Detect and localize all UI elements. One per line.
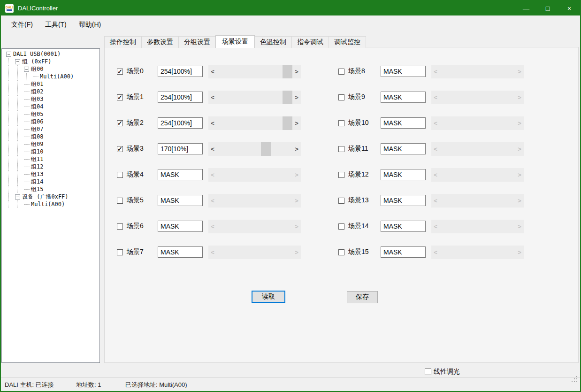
slider-right-arrow-icon[interactable]: > <box>292 94 301 101</box>
scene-checkbox[interactable] <box>117 223 123 230</box>
scene-checkbox[interactable] <box>117 146 123 152</box>
scene-value-input[interactable] <box>158 92 203 103</box>
device-tree[interactable]: DALI USB(0001)组 (0xFF)组00Multi(A00)组01组0… <box>1 48 100 363</box>
scene-value-input[interactable] <box>381 143 426 154</box>
slider-right-arrow-icon[interactable]: > <box>292 146 301 153</box>
scene-checkbox[interactable] <box>338 146 344 152</box>
tree-collapse-icon[interactable] <box>15 194 20 200</box>
slider-left-arrow-icon[interactable]: < <box>208 120 217 127</box>
slider-thumb[interactable] <box>283 65 292 78</box>
tree-item-label[interactable]: 组13 <box>31 170 43 178</box>
slider-thumb[interactable] <box>283 91 292 104</box>
scene-checkbox[interactable] <box>338 249 344 255</box>
tree-item-label[interactable]: 组01 <box>31 80 43 88</box>
tree-item-label[interactable]: 组03 <box>31 95 43 103</box>
slider-right-arrow-icon[interactable]: > <box>292 120 301 127</box>
scene-value-input[interactable] <box>158 221 203 232</box>
scene-value-input[interactable] <box>381 169 426 180</box>
scene-checkbox[interactable] <box>338 69 344 75</box>
tree-item-label[interactable]: 组09 <box>31 140 43 148</box>
scene-value-input[interactable] <box>381 195 426 206</box>
menu-file[interactable]: 文件(F) <box>5 18 39 31</box>
tree-item[interactable]: 组02 <box>2 88 99 95</box>
linear-dimming-option[interactable]: 线性调光 <box>425 368 460 376</box>
tree-item-label[interactable]: 组14 <box>31 178 43 185</box>
tree-item[interactable]: 组07 <box>2 125 99 133</box>
scene-value-input[interactable] <box>381 117 426 129</box>
maximize-button[interactable]: □ <box>537 1 558 15</box>
slider-left-arrow-icon[interactable]: < <box>208 68 217 75</box>
tree-item-label[interactable]: 组05 <box>31 110 43 118</box>
linear-dimming-checkbox[interactable] <box>425 369 431 375</box>
tree-item[interactable]: 组03 <box>2 95 99 103</box>
tree-item[interactable]: 组01 <box>2 80 99 88</box>
tree-collapse-icon[interactable] <box>24 67 29 72</box>
menu-tools[interactable]: 工具(T) <box>39 18 73 31</box>
scene-value-input[interactable] <box>381 221 426 232</box>
tree-item[interactable]: 组11 <box>2 155 99 163</box>
tree-item[interactable]: 组14 <box>2 178 99 185</box>
scene-checkbox[interactable] <box>338 120 344 126</box>
tab-color-temperature[interactable]: 色温控制 <box>254 36 292 48</box>
scene-level-slider[interactable]: <> <box>208 142 301 156</box>
tab-grouping-settings[interactable]: 分组设置 <box>178 36 216 48</box>
tree-item-label[interactable]: 组04 <box>31 103 43 110</box>
tree-item-label[interactable]: 组 (0xFF) <box>22 58 52 65</box>
scene-value-input[interactable] <box>158 143 203 154</box>
tree-collapse-icon[interactable] <box>6 52 11 57</box>
tree-item[interactable]: 组 (0xFF) <box>2 58 99 65</box>
scene-value-input[interactable] <box>158 169 203 180</box>
scene-checkbox[interactable] <box>117 120 123 126</box>
menu-help[interactable]: 帮助(H) <box>73 18 107 31</box>
slider-thumb[interactable] <box>261 142 271 156</box>
tree-item-label[interactable]: Multi(A00) <box>31 200 65 208</box>
scene-checkbox[interactable] <box>338 172 344 178</box>
tree-item[interactable]: 组06 <box>2 118 99 125</box>
tree-item[interactable]: 组13 <box>2 170 99 178</box>
tree-item[interactable]: 组05 <box>2 110 99 118</box>
scene-value-input[interactable] <box>158 246 203 258</box>
tree-item[interactable]: 组12 <box>2 163 99 170</box>
tree-item-label[interactable]: DALI USB(0001) <box>13 50 61 58</box>
tab-scene-settings[interactable]: 场景设置 <box>215 35 255 48</box>
tree-collapse-icon[interactable] <box>15 59 20 64</box>
slider-track[interactable] <box>217 91 292 104</box>
tab-parameter-settings[interactable]: 参数设置 <box>141 36 179 48</box>
tree-item[interactable]: Multi(A00) <box>2 73 99 80</box>
tree-item[interactable]: 组00 <box>2 65 99 73</box>
scene-checkbox[interactable] <box>117 94 123 100</box>
tree-item-label[interactable]: 组12 <box>31 163 43 170</box>
scene-level-slider[interactable]: <> <box>208 116 301 130</box>
tree-item-label[interactable]: 组06 <box>31 118 43 125</box>
scene-level-slider[interactable]: <> <box>208 91 301 104</box>
title-bar[interactable]: DALI DALIController — □ × <box>1 1 580 15</box>
tree-item-label[interactable]: 组11 <box>31 155 43 163</box>
scene-checkbox[interactable] <box>117 69 123 75</box>
tree-item[interactable]: 组04 <box>2 103 99 110</box>
tree-item[interactable]: 组09 <box>2 140 99 148</box>
tab-debug-monitor[interactable]: 调试监控 <box>329 36 366 48</box>
tree-item[interactable]: 组15 <box>2 185 99 193</box>
tree-item-label[interactable]: 组07 <box>31 125 43 133</box>
scene-value-input[interactable] <box>381 92 426 103</box>
scene-level-slider[interactable]: <> <box>208 65 301 78</box>
scene-value-input[interactable] <box>158 117 203 129</box>
scene-checkbox[interactable] <box>117 198 123 204</box>
tree-item-label[interactable]: 组15 <box>31 185 43 193</box>
tree-item-label[interactable]: 组08 <box>31 133 43 140</box>
tree-item-label[interactable]: 设备 (广播0xFF) <box>22 193 69 200</box>
tree-item-label[interactable]: 组00 <box>31 65 43 73</box>
tree-item[interactable]: DALI USB(0001) <box>2 50 99 58</box>
scene-checkbox[interactable] <box>338 94 344 100</box>
save-button[interactable]: 保存 <box>347 291 378 303</box>
scene-value-input[interactable] <box>381 66 426 77</box>
slider-left-arrow-icon[interactable]: < <box>208 94 217 101</box>
slider-track[interactable] <box>217 116 292 130</box>
scene-checkbox[interactable] <box>338 223 344 230</box>
tree-item[interactable]: 组10 <box>2 148 99 155</box>
slider-thumb[interactable] <box>283 116 292 130</box>
slider-left-arrow-icon[interactable]: < <box>208 146 217 153</box>
scene-checkbox[interactable] <box>117 249 123 255</box>
tab-operation-control[interactable]: 操作控制 <box>104 36 142 48</box>
read-button[interactable]: 读取 <box>252 291 285 303</box>
